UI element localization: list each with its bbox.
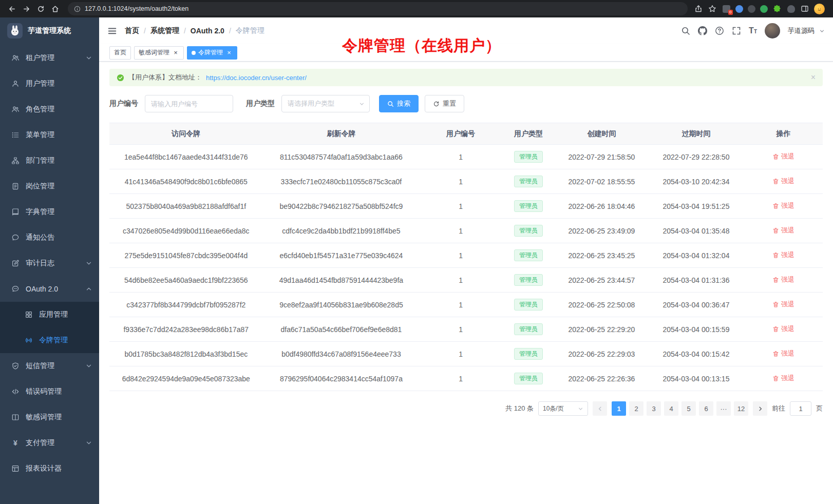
username[interactable]: 芋道源码 — [788, 26, 815, 35]
page-button[interactable]: 5 — [681, 401, 696, 416]
prev-page-button[interactable] — [593, 401, 607, 416]
sidebar-item-10[interactable]: 短信管理 — [0, 353, 99, 379]
breadcrumb-item[interactable]: 系统管理 — [150, 26, 179, 35]
force-logout-button[interactable]: 强退 — [772, 374, 794, 383]
force-logout-button[interactable]: 强退 — [772, 324, 794, 334]
user-id-input[interactable] — [145, 95, 233, 112]
close-icon[interactable]: × — [172, 49, 179, 56]
search-button[interactable]: 搜索 — [379, 95, 419, 112]
expire-time-cell: 2054-03-04 00:15:42 — [648, 342, 745, 366]
page-button[interactable]: 4 — [664, 401, 678, 416]
font-size-icon[interactable]: TT — [749, 27, 757, 35]
extensions-puzzle-icon[interactable] — [772, 4, 782, 13]
sidebar: 芋道管理系统 租户管理用户管理角色管理菜单管理部门管理岗位管理字典管理通知公告审… — [0, 17, 99, 504]
tab-2[interactable]: 令牌管理× — [187, 46, 237, 60]
pagination-ellipsis[interactable]: ··· — [716, 401, 731, 416]
search-button-label: 搜索 — [397, 99, 410, 108]
next-page-button[interactable] — [753, 401, 767, 416]
page-button[interactable]: 2 — [629, 401, 643, 416]
bookmark-star-icon[interactable] — [708, 4, 717, 13]
reload-button[interactable] — [34, 3, 47, 15]
breadcrumb-separator: / — [229, 27, 231, 35]
forward-button[interactable] — [20, 3, 33, 15]
page-button[interactable]: 1 — [612, 401, 626, 416]
user-icon — [11, 80, 20, 88]
sidebar-item-label: 短信管理 — [26, 361, 54, 371]
trash-icon — [772, 252, 779, 259]
share-icon[interactable] — [694, 4, 703, 13]
breadcrumb-item[interactable]: OAuth 2.0 — [191, 27, 224, 35]
reset-button[interactable]: 重置 — [425, 95, 464, 112]
reset-button-label: 重置 — [443, 99, 456, 108]
back-button[interactable] — [5, 3, 18, 15]
sidebar-subitem-9-0[interactable]: 应用管理 — [0, 302, 99, 327]
sidebar-item-7[interactable]: 通知公告 — [0, 225, 99, 250]
sidebar-item-2[interactable]: 角色管理 — [0, 96, 99, 122]
sidebar-item-4[interactable]: 部门管理 — [0, 148, 99, 173]
page-size-select[interactable]: 10条/页 — [538, 401, 588, 416]
sidebar-item-14[interactable]: 报表设计器 — [0, 456, 99, 481]
browser-profile-avatar[interactable] — [814, 4, 825, 14]
user-id-cell: 1 — [420, 169, 502, 194]
home-button[interactable] — [48, 3, 62, 15]
sidebar-item-6[interactable]: 字典管理 — [0, 199, 99, 225]
extension-badged-icon[interactable]: 0 — [722, 4, 731, 13]
sidebar-item-11[interactable]: 错误码管理 — [0, 379, 99, 404]
breadcrumb-item[interactable]: 首页 — [125, 26, 139, 35]
sidebar-item-13[interactable]: ¥支付管理 — [0, 430, 99, 456]
extension-green-icon[interactable] — [760, 5, 768, 13]
fullscreen-icon[interactable] — [732, 26, 741, 35]
edit-icon — [11, 259, 20, 267]
page-button[interactable]: 6 — [699, 401, 713, 416]
force-logout-button[interactable]: 强退 — [772, 300, 794, 309]
sidebar-subitem-9-1[interactable]: 令牌管理 — [0, 327, 99, 353]
force-logout-button[interactable]: 强退 — [772, 349, 794, 358]
close-icon[interactable]: × — [225, 49, 233, 56]
help-icon[interactable] — [715, 26, 724, 35]
sidebar-item-label: 用户管理 — [26, 79, 54, 88]
extension-paw-icon[interactable] — [786, 4, 796, 13]
force-logout-button[interactable]: 强退 — [772, 275, 794, 284]
user-avatar[interactable] — [765, 23, 780, 38]
page-button[interactable]: 12 — [734, 401, 748, 416]
force-logout-button[interactable]: 强退 — [772, 152, 794, 161]
sidebar-item-9[interactable]: OAuth 2.0 — [0, 276, 99, 302]
refresh-token-cell: dfa6c71a50a54c66bef706ef9e6e8d81 — [263, 317, 420, 342]
sidebar-item-1[interactable]: 用户管理 — [0, 71, 99, 96]
side-panel-icon[interactable] — [800, 4, 809, 13]
extension-dark-icon[interactable] — [748, 5, 755, 13]
extension-blue-icon[interactable] — [735, 5, 743, 13]
search-icon[interactable] — [681, 26, 690, 35]
sidebar-toggle-button[interactable] — [107, 26, 117, 36]
alert-doc-link[interactable]: https://doc.iocoder.cn/user-center/ — [206, 74, 307, 82]
sidebar-item-0[interactable]: 租户管理 — [0, 45, 99, 71]
close-icon[interactable]: × — [811, 73, 816, 82]
document-icon — [11, 182, 20, 190]
goto-page-input[interactable] — [790, 401, 811, 416]
sidebar-item-3[interactable]: 菜单管理 — [0, 122, 99, 148]
page-button[interactable]: 3 — [647, 401, 661, 416]
sidebar-item-5[interactable]: 岗位管理 — [0, 173, 99, 199]
expire-time-cell: 2054-03-04 00:36:47 — [648, 293, 745, 317]
url-bar[interactable]: 127.0.0.1:1024/system/oauth2/token — [68, 2, 688, 15]
force-logout-button[interactable]: 强退 — [772, 201, 794, 210]
user-type-select[interactable]: 请选择用户类型 — [281, 95, 370, 112]
action-cell: 强退 — [744, 243, 823, 268]
tab-0[interactable]: 首页 — [109, 46, 131, 60]
app-logo-area[interactable]: 芋道管理系统 — [0, 17, 99, 44]
sidebar-item-12[interactable]: 敏感词管理 — [0, 404, 99, 430]
sidebar-item-label: 报表设计器 — [26, 464, 62, 473]
chevron-down-icon[interactable] — [819, 28, 825, 34]
sidebar-item-label: 敏感词管理 — [26, 413, 62, 422]
topbar-actions: TT 芋道源码 — [681, 23, 825, 38]
force-logout-button[interactable]: 强退 — [772, 250, 794, 260]
expire-time-cell: 2022-07-29 22:28:50 — [648, 145, 745, 169]
force-logout-button[interactable]: 强退 — [772, 226, 794, 235]
github-icon[interactable] — [698, 26, 707, 35]
force-logout-button[interactable]: 强退 — [772, 177, 794, 186]
tab-1[interactable]: 敏感词管理× — [134, 46, 184, 60]
created-time-cell: 2022-07-29 21:58:50 — [555, 145, 648, 169]
success-check-icon — [117, 74, 124, 82]
sidebar-item-8[interactable]: 审计日志 — [0, 250, 99, 276]
action-cell: 强退 — [744, 145, 823, 169]
